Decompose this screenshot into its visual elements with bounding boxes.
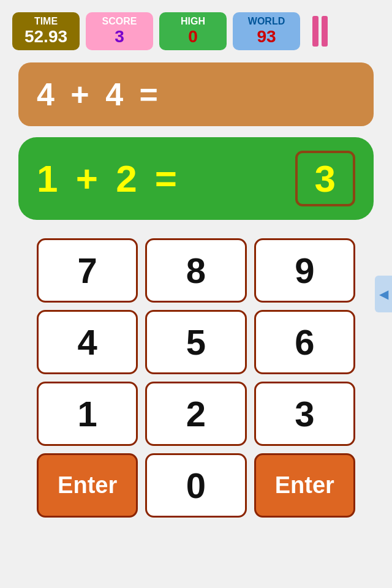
equation-active-box: 1 + 2 = 3 bbox=[18, 137, 374, 220]
pause-bar-left bbox=[312, 16, 318, 47]
world-box: World 93 bbox=[233, 12, 300, 50]
high-box: HIGH 0 bbox=[159, 12, 227, 50]
score-box: SCORE 3 bbox=[86, 12, 153, 50]
enter-button-left[interactable]: Enter bbox=[37, 453, 138, 518]
side-arrow-button[interactable]: ◀ bbox=[375, 276, 392, 312]
num-button-0[interactable]: 0 bbox=[145, 453, 246, 518]
chevron-left-icon: ◀ bbox=[379, 287, 388, 301]
score-value: 3 bbox=[115, 27, 124, 47]
equation-answer: 3 bbox=[315, 157, 336, 200]
equation-top-text: 4 + 4 = bbox=[37, 76, 162, 113]
num-button-4[interactable]: 4 bbox=[37, 310, 138, 374]
pause-bar-right bbox=[322, 16, 328, 47]
num-button-7[interactable]: 7 bbox=[37, 238, 138, 303]
num-button-9[interactable]: 9 bbox=[254, 238, 355, 303]
equation-top-box: 4 + 4 = bbox=[18, 62, 374, 126]
score-label: SCORE bbox=[102, 16, 137, 27]
num-button-3[interactable]: 3 bbox=[254, 382, 355, 446]
time-box: TIME 52.93 bbox=[12, 12, 80, 50]
high-value: 0 bbox=[188, 27, 198, 47]
enter-button-right[interactable]: Enter bbox=[254, 453, 355, 518]
world-label: World bbox=[248, 16, 285, 27]
world-value: 93 bbox=[257, 27, 276, 47]
equation-area: 4 + 4 = 1 + 2 = 3 bbox=[0, 56, 392, 226]
equation-answer-box: 3 bbox=[295, 151, 355, 206]
time-value: 52.93 bbox=[24, 27, 67, 47]
num-button-2[interactable]: 2 bbox=[145, 382, 246, 446]
time-label: TIME bbox=[34, 16, 58, 27]
num-button-5[interactable]: 5 bbox=[145, 310, 246, 374]
num-button-8[interactable]: 8 bbox=[145, 238, 246, 303]
numpad: 7 8 9 4 5 6 1 2 3 Enter 0 Enter bbox=[0, 232, 392, 524]
header: TIME 52.93 SCORE 3 HIGH 0 World 93 bbox=[0, 0, 392, 56]
pause-button[interactable] bbox=[312, 16, 328, 47]
num-button-6[interactable]: 6 bbox=[254, 310, 355, 374]
equation-active-text: 1 + 2 = bbox=[37, 157, 181, 200]
high-label: HIGH bbox=[181, 16, 205, 27]
num-button-1[interactable]: 1 bbox=[37, 382, 138, 446]
